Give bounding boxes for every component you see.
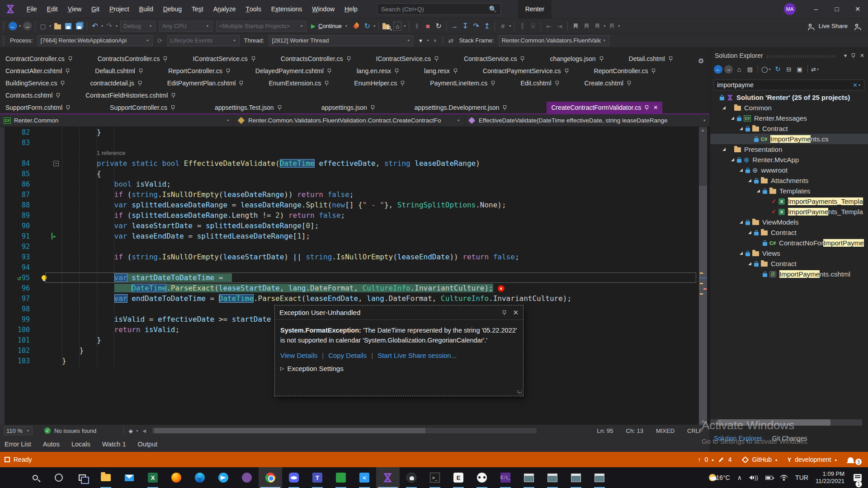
taskbar-window-app-2[interactable] (541, 467, 564, 488)
code-line-96[interactable]: 96 DateTime.ParseExact(leaseStartDate, l… (0, 283, 710, 293)
pin-icon[interactable] (599, 56, 604, 61)
edit-count[interactable]: 4 (728, 456, 732, 463)
tab-contracts-cshtml[interactable]: Contracts.cshtml (5, 90, 60, 101)
menu-view[interactable]: View (63, 0, 86, 18)
live-share-label[interactable]: Live Share (818, 23, 848, 29)
scroll-left-icon[interactable]: ◀ (142, 428, 146, 433)
clear-search-icon[interactable]: ✕ (853, 82, 858, 89)
line-number[interactable]: 91 (0, 232, 38, 240)
scroll-up-icon[interactable]: ▲ (701, 128, 705, 132)
code-line-88[interactable]: 88 var splittedLeaseDateRange = leaseDat… (0, 200, 710, 210)
exception-settings-expander[interactable]: ▷ Exception Settings (275, 359, 523, 372)
decrease-indent-icon[interactable]: ⇤ (544, 21, 554, 32)
pin-icon[interactable] (66, 105, 70, 110)
tab-supportcontroller-cs[interactable]: SupportController.cs (110, 102, 175, 113)
tab-icontractservice-cs[interactable]: IContractService.cs (193, 53, 255, 64)
line-number[interactable]: 101 (0, 336, 38, 344)
tree-item-wwwroot[interactable]: ⊕wwwroot (710, 165, 868, 175)
taskbar-edge[interactable] (188, 467, 212, 488)
step-out-icon[interactable]: ↥ (482, 21, 492, 32)
tab-changelogs-json[interactable]: changelogs.json (550, 53, 603, 64)
pin-icon[interactable] (68, 56, 72, 61)
exception-link-start-live-share-session[interactable]: Start Live Share session... (377, 352, 457, 359)
expander-icon[interactable] (740, 221, 743, 224)
line-number[interactable]: 88 (0, 201, 38, 209)
pencil-icon[interactable] (718, 457, 723, 462)
sync-with-active-document-icon[interactable]: ⇄▾ (811, 64, 820, 74)
repo-name[interactable]: GitHub (752, 456, 772, 463)
taskbar-viber[interactable] (235, 467, 259, 488)
editor-vertical-scrollbar[interactable]: ▲ ▼ (699, 127, 707, 425)
code-line-82[interactable]: 82 } (0, 127, 710, 137)
line-number[interactable]: 98 (0, 305, 38, 313)
chevron-down-icon[interactable]: ▾ (703, 118, 705, 122)
taskbar-mail[interactable] (118, 467, 141, 488)
pin-icon[interactable] (239, 80, 243, 86)
taskbar-excel[interactable]: X (141, 467, 165, 488)
pin-icon[interactable] (565, 68, 569, 74)
weather-widget[interactable]: 16°C (709, 474, 730, 481)
expander-icon[interactable] (731, 158, 734, 161)
diff-icon[interactable]: ◈ (126, 426, 135, 436)
tree-item-common[interactable]: Common (710, 103, 868, 113)
chevron-down-icon[interactable]: ▾ (458, 118, 459, 122)
pin-icon[interactable] (555, 80, 559, 86)
stack-frame-icon[interactable]: ⇄ (446, 35, 456, 46)
line-number[interactable]: 96 (0, 284, 38, 292)
taskbar-window-app-1[interactable] (517, 467, 541, 488)
stop-icon[interactable]: ■ (423, 21, 433, 32)
tree-item-importpayments-cshtml[interactable]: @ImportPayments.cshtml (710, 269, 868, 279)
taskbar-terminal[interactable]: >_ (423, 467, 447, 488)
line-number[interactable]: 87 (0, 191, 38, 199)
home-icon[interactable]: ⌂ (735, 64, 744, 74)
tree-item-importpayments-templa[interactable]: ✓XImportPayments_Templa (710, 196, 868, 206)
code-line-92[interactable]: 92 (0, 241, 710, 252)
restart-icon[interactable]: ↻ (362, 21, 372, 32)
taskbar-github-desktop[interactable] (400, 467, 423, 488)
menu-edit[interactable]: Edit (42, 0, 63, 18)
line-number[interactable]: 92 (0, 243, 38, 251)
pin-icon[interactable] (226, 68, 230, 74)
tab-detail-cshtml[interactable]: Detail.cshtml (629, 53, 673, 64)
configuration-select[interactable]: Debug▾ (120, 21, 156, 32)
taskbar-chrome[interactable] (259, 467, 282, 488)
code-line-86[interactable]: 86 bool isValid; (0, 179, 710, 189)
taskbar-vs-code[interactable]: < (353, 467, 376, 488)
tool-tab-git-changes[interactable]: Git Changes (772, 435, 807, 452)
code-line-94[interactable]: 94 (0, 262, 710, 272)
tree-item-templates[interactable]: Templates (710, 186, 868, 196)
navigate-forward-icon[interactable]: → (22, 21, 32, 32)
expander-icon[interactable] (748, 179, 751, 182)
tab-create-cshtml[interactable]: Create.cshtml (585, 78, 631, 89)
scrollbar-thumb[interactable] (699, 186, 707, 425)
pin-icon[interactable] (325, 80, 329, 86)
code-line-91[interactable]: 91▸ var leaseEndDate = splittedLeaseDate… (0, 231, 710, 241)
taskbar-start-button[interactable] (0, 467, 24, 488)
startup-project-select[interactable]: <Multiple Startup Projects>▾ (216, 21, 307, 32)
tree-item-presentation[interactable]: Presentation (710, 144, 868, 155)
tree-item-importpayments-cs[interactable]: C#ImportPayments.cs (710, 134, 868, 144)
menu-project[interactable]: Project (104, 0, 134, 18)
show-next-statement-icon[interactable]: → (449, 21, 459, 32)
pin-icon[interactable] (434, 56, 439, 61)
tool-tab-solution-explorer[interactable]: Solution Explorer (714, 435, 762, 452)
tab-contractalter-cshtml[interactable]: ContractAlter.cshtml (5, 66, 70, 76)
line-number[interactable]: 84 (0, 160, 38, 168)
tab-createcontractformvalidator-cs[interactable]: CreateContractFormValidator.cs✕ (547, 102, 662, 113)
prev-bookmark-icon[interactable] (581, 21, 591, 32)
close-tab-icon[interactable]: ✕ (653, 104, 658, 111)
code-line-90[interactable]: 90 var leaseStartDate = splittedLeaseDat… (0, 221, 710, 231)
increase-indent-icon[interactable]: ⇥ (555, 21, 565, 32)
code-line-87[interactable]: 87 if (string.IsNullOrEmpty(leaseDateRan… (0, 189, 710, 200)
menu-file[interactable]: File (22, 0, 42, 18)
error-icon[interactable]: ✕ (498, 285, 505, 292)
tab-lang-resx[interactable]: lang.resx (424, 66, 458, 76)
branch-name[interactable]: development (795, 456, 831, 463)
expander-icon[interactable] (740, 127, 743, 130)
line-number[interactable]: 94 (0, 263, 38, 272)
code-outline-icon[interactable]: ⫿ (517, 21, 527, 32)
breadcrumb-segment-1[interactable]: C#Renter.Common▾ (0, 114, 234, 127)
save-icon[interactable] (63, 21, 73, 32)
tab-contractcontroller-cs[interactable]: ContractController.cs (5, 53, 72, 64)
next-bookmark-icon[interactable] (592, 21, 602, 32)
